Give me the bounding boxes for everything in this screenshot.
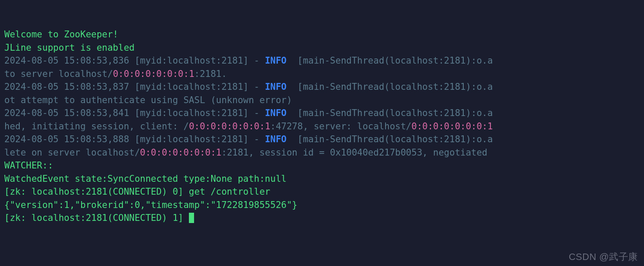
watermark: CSDN @武子康 (569, 251, 638, 264)
terminal-text: INFO (265, 55, 287, 66)
terminal-text: [main-SendThread(localhost:2181):o.a (286, 55, 492, 66)
terminal-line: 2024-08-05 15:08:53,841 [myid:localhost:… (4, 107, 640, 120)
terminal-text: to server localhost/ (4, 69, 113, 79)
terminal-line: ot attempt to authenticate using SASL (u… (4, 94, 640, 107)
terminal-line: JLine support is enabled (4, 41, 640, 55)
terminal-text: lete on server localhost/ (4, 147, 140, 158)
terminal-text: WATCHER:: (4, 160, 53, 171)
terminal-text: Welcome to ZooKeeper! (4, 29, 118, 40)
terminal-text: :2181. (194, 69, 227, 79)
terminal-text: 2024-08-05 15:08:53,841 [myid:localhost:… (4, 108, 265, 118)
terminal-line: 2024-08-05 15:08:53,837 [myid:localhost:… (4, 80, 640, 94)
terminal-text: 2024-08-05 15:08:53,836 [myid:localhost:… (4, 55, 265, 66)
terminal-text: INFO (265, 134, 287, 144)
terminal-line: 2024-08-05 15:08:53,836 [myid:localhost:… (4, 54, 640, 67)
terminal-text: 2024-08-05 15:08:53,837 [myid:localhost:… (4, 82, 265, 92)
terminal-text: INFO (265, 82, 287, 92)
terminal-text: :2181, session id = 0x10040ed217b0053, n… (222, 147, 493, 158)
terminal-text: INFO (265, 108, 287, 118)
terminal-output[interactable]: Welcome to ZooKeeper!JLine support is en… (0, 0, 644, 266)
terminal-line: WATCHER:: (4, 159, 640, 172)
terminal-text: :47278, server: localhost/ (270, 121, 412, 131)
terminal-text: {"version":1,"brokerid":0,"timestamp":"1… (4, 200, 298, 210)
terminal-line: [zk: localhost:2181(CONNECTED) 0] get /c… (4, 185, 640, 199)
terminal-text: 0:0:0:0:0:0:0:1 (189, 121, 270, 131)
terminal-line: lete on server localhost/0:0:0:0:0:0:0:1… (4, 146, 640, 159)
terminal-text: ot attempt to authenticate using SASL (u… (4, 95, 292, 105)
terminal-text: [zk: localhost:2181(CONNECTED) 0] get /c… (4, 187, 270, 197)
terminal-text: 2024-08-05 15:08:53,888 [myid:localhost:… (4, 134, 265, 144)
terminal-text: hed, initiating session, client: / (4, 121, 189, 131)
terminal-text: 0:0:0:0:0:0:0:1 (113, 69, 194, 79)
terminal-text: [main-SendThread(localhost:2181):o.a (286, 108, 492, 118)
terminal-line: Welcome to ZooKeeper! (4, 28, 640, 41)
terminal-line: {"version":1,"brokerid":0,"timestamp":"1… (4, 199, 640, 212)
terminal-text: WatchedEvent state:SyncConnected type:No… (4, 174, 286, 184)
terminal-line: [zk: localhost:2181(CONNECTED) 1] (4, 211, 640, 225)
terminal-text: 0:0:0:0:0:0:0:1 (140, 147, 222, 158)
terminal-text: 0:0:0:0:0:0:0:1 (411, 121, 493, 131)
terminal-text: JLine support is enabled (4, 43, 134, 53)
terminal-text: [main-SendThread(localhost:2181):o.a (286, 82, 492, 92)
terminal-line: WatchedEvent state:SyncConnected type:No… (4, 172, 640, 186)
terminal-text: [zk: localhost:2181(CONNECTED) 1] (4, 213, 189, 223)
terminal-line: hed, initiating session, client: /0:0:0:… (4, 120, 640, 133)
terminal-text: [main-SendThread(localhost:2181):o.a (286, 134, 492, 144)
terminal-line: 2024-08-05 15:08:53,888 [myid:localhost:… (4, 133, 640, 146)
terminal-line: to server localhost/0:0:0:0:0:0:0:1:2181… (4, 67, 640, 81)
cursor (189, 213, 194, 223)
